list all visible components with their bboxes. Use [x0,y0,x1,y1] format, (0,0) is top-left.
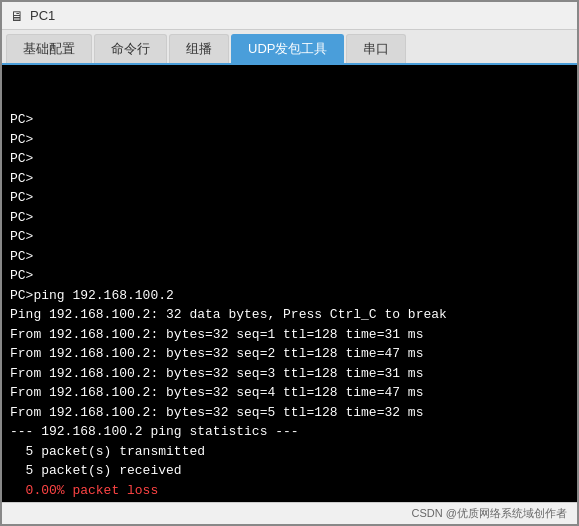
terminal-line: PC> [10,149,569,169]
footer: CSDN @优质网络系统域创作者 [2,502,577,524]
terminal-line: From 192.168.100.2: bytes=32 seq=4 ttl=1… [10,383,569,403]
footer-text: CSDN @优质网络系统域创作者 [412,507,567,519]
terminal-line: 5 packet(s) received [10,461,569,481]
terminal-line: PC> [10,130,569,150]
terminal-line: From 192.168.100.2: bytes=32 seq=1 ttl=1… [10,325,569,345]
tab-串口[interactable]: 串口 [346,34,406,63]
tab-bar: 基础配置命令行组播UDP发包工具串口 [2,30,577,65]
tab-UDP发包工具[interactable]: UDP发包工具 [231,34,344,63]
terminal-line: From 192.168.100.2: bytes=32 seq=2 ttl=1… [10,344,569,364]
terminal-line: From 192.168.100.2: bytes=32 seq=5 ttl=1… [10,403,569,423]
terminal-line: 5 packet(s) transmitted [10,442,569,462]
main-window: 🖥 PC1 基础配置命令行组播UDP发包工具串口 PC>PC>PC>PC>PC>… [0,0,579,526]
terminal-line: PC> [10,266,569,286]
terminal-line: 0.00% packet loss [10,481,569,501]
tab-命令行[interactable]: 命令行 [94,34,167,63]
terminal-output[interactable]: PC>PC>PC>PC>PC>PC>PC>PC>PC>PC>ping 192.1… [2,65,577,502]
terminal-line: PC> [10,110,569,130]
terminal-line: --- 192.168.100.2 ping statistics --- [10,422,569,442]
title-bar: 🖥 PC1 [2,2,577,30]
window-icon: 🖥 [10,8,24,24]
terminal-line: PC> [10,247,569,267]
tab-组播[interactable]: 组播 [169,34,229,63]
terminal-line: PC> [10,169,569,189]
tab-基础配置[interactable]: 基础配置 [6,34,92,63]
terminal-line: PC> [10,208,569,228]
terminal-line: From 192.168.100.2: bytes=32 seq=3 ttl=1… [10,364,569,384]
terminal-line: PC> [10,227,569,247]
window-title: PC1 [30,8,55,23]
terminal-line: PC>ping 192.168.100.2 [10,286,569,306]
terminal-line: Ping 192.168.100.2: 32 data bytes, Press… [10,305,569,325]
terminal-line: PC> [10,188,569,208]
